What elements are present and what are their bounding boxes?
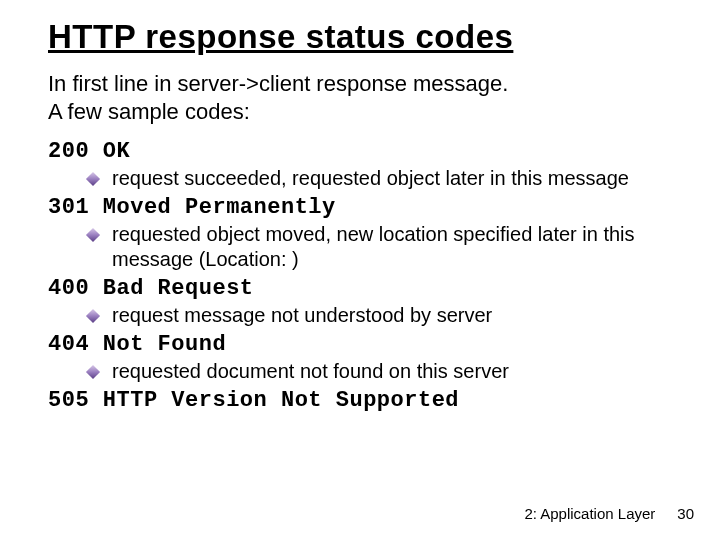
status-code-explain: requested document not found on this ser… — [112, 359, 680, 384]
slide-title: HTTP response status codes — [48, 18, 680, 56]
slide: HTTP response status codes In first line… — [0, 0, 720, 540]
status-code-list: 200 OK request succeeded, requested obje… — [48, 139, 680, 413]
status-code-explain: requested object moved, new location spe… — [112, 222, 680, 272]
status-code-explain: request succeeded, requested object late… — [112, 166, 680, 191]
status-code-explain: request message not understood by server — [112, 303, 680, 328]
slide-footer: 2: Application Layer 30 — [524, 505, 694, 522]
status-code: 505 HTTP Version Not Supported — [48, 388, 680, 413]
chapter-label: 2: Application Layer — [524, 505, 655, 522]
page-number: 30 — [677, 505, 694, 522]
list-item: request message not understood by server — [48, 303, 680, 328]
status-code: 200 OK — [48, 139, 680, 164]
lead-text: In first line in server->client response… — [48, 70, 680, 125]
lead-line-2: A few sample codes: — [48, 98, 680, 126]
diamond-bullet-icon — [86, 365, 100, 379]
list-item: requested document not found on this ser… — [48, 359, 680, 384]
list-item: request succeeded, requested object late… — [48, 166, 680, 191]
lead-line-1: In first line in server->client response… — [48, 70, 680, 98]
status-code: 301 Moved Permanently — [48, 195, 680, 220]
list-item: requested object moved, new location spe… — [48, 222, 680, 272]
diamond-bullet-icon — [86, 172, 100, 186]
diamond-bullet-icon — [86, 228, 100, 242]
status-code: 404 Not Found — [48, 332, 680, 357]
diamond-bullet-icon — [86, 309, 100, 323]
status-code: 400 Bad Request — [48, 276, 680, 301]
